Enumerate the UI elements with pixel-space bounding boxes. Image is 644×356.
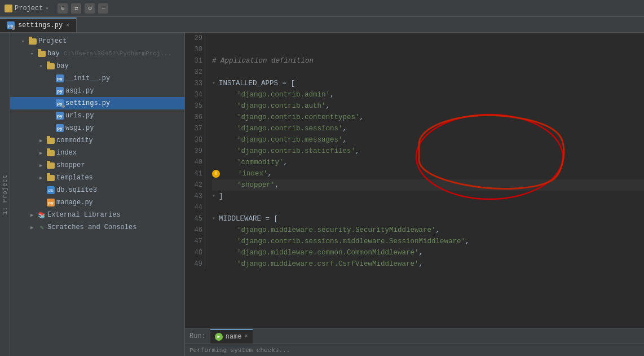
tree-item-ext-libs[interactable]: ▶ 📚 External Libraries [10, 209, 184, 221]
linenum-32: 32 [187, 67, 202, 78]
tree-item-shopper[interactable]: ▶ shopper [10, 159, 184, 172]
linenum-34: 34 [187, 89, 202, 100]
tree-item-project[interactable]: ▾ Project [10, 35, 184, 47]
linenum-48: 48 [187, 247, 202, 258]
linenum-47: 47 [187, 236, 202, 247]
tree-label-bay-inner: bay [56, 62, 182, 70]
comment-app-def: # Application definition [212, 55, 314, 67]
tab-bar: py settings.py × [0, 17, 644, 33]
tree-item-manage[interactable]: py manage.py [10, 196, 184, 209]
spacer [48, 76, 54, 81]
sync-icon[interactable]: ⊕ [58, 3, 68, 14]
py-icon-wsgi: py [56, 124, 64, 132]
code-line-39: 'django.contrib.staticfiles', [212, 146, 644, 157]
linenum-35: 35 [187, 100, 202, 112]
tree-item-wsgi[interactable]: py wsgi.py [10, 122, 184, 134]
py-icon-manage: py [47, 199, 55, 206]
tree-item-templates[interactable]: ▶ templates [10, 172, 184, 184]
project-selector[interactable]: Project ▾ [5, 5, 48, 12]
arrow-icon-bay-inner: ▾ [39, 63, 45, 69]
tree-item-init[interactable]: py __init__.py [10, 72, 184, 85]
tree-label-project: Project [38, 37, 182, 45]
tree-label-urls: urls.py [65, 112, 182, 120]
run-tab-label: name [226, 333, 242, 341]
code-line-44 [212, 202, 644, 213]
bay-path: C:\Users\30452\PycharmProj... [64, 50, 171, 57]
tab-settings-py[interactable]: py settings.py × [0, 17, 77, 32]
collapse-45[interactable]: ▾ [212, 213, 219, 225]
code-line-49: 'django.middleware.csrf.CsrfViewMiddlewa… [212, 258, 644, 270]
linenum-33: 33 [187, 78, 202, 89]
editor-wrapper[interactable]: 29 30 31 32 33 34 35 36 37 38 39 40 41 4… [185, 33, 644, 328]
shopper-folder-icon [47, 162, 55, 169]
code-line-47: 'django.contrib.sessions.middleware.Sess… [212, 236, 644, 247]
linenum-42: 42 [187, 179, 202, 191]
main-content: 1: Project ▾ Project ▾ bay C:\Users\3045… [0, 33, 644, 356]
collapse-43[interactable]: ▾ [212, 191, 219, 202]
tree-item-db[interactable]: db db.sqlite3 [10, 184, 184, 196]
run-tab-close[interactable]: × [245, 333, 248, 340]
tree-item-commodity[interactable]: ▶ commodity [10, 134, 184, 147]
scratch-icon: ✎ [38, 224, 46, 231]
py-icon-asgi: py [56, 87, 64, 95]
tree-label-ext-libs: External Libraries [47, 211, 182, 219]
collapse-33[interactable]: ▾ [212, 78, 219, 89]
code-line-41: ! 'index', [212, 168, 644, 179]
status-bar: Performing system checks... [185, 344, 644, 356]
tree-item-bay-inner[interactable]: ▾ bay [10, 60, 184, 72]
code-lines[interactable]: # Application definition ▾ INSTALLED_APP… [205, 33, 644, 270]
linenum-41: 41 [187, 168, 202, 179]
tree-item-index[interactable]: ▶ index [10, 147, 184, 159]
tab-close-button[interactable]: × [66, 23, 69, 29]
linenum-49: 49 [187, 258, 202, 270]
tree-item-asgi[interactable]: py asgi.py [10, 85, 184, 97]
code-line-40: 'commodity', [212, 157, 644, 168]
tree-item-settings[interactable]: py settings.py [10, 97, 184, 109]
code-line-36: 'django.contrib.contenttypes', [212, 112, 644, 123]
ext-libs-icon: 📚 [38, 212, 46, 219]
db-icon: db [47, 186, 55, 194]
tree-label-commodity: commodity [56, 137, 182, 144]
settings-icon[interactable]: ⚙ [85, 3, 95, 14]
linenum-30: 30 [187, 44, 202, 55]
file-tree[interactable]: ▾ Project ▾ bay C:\Users\30452\PycharmPr… [10, 33, 185, 356]
tree-item-scratches[interactable]: ▶ ✎ Scratches and Consoles [10, 221, 184, 234]
minimize-icon[interactable]: − [98, 3, 108, 14]
commodity-folder-icon [47, 138, 55, 144]
linenum-43: 43 [187, 191, 202, 202]
code-line-38: 'django.contrib.messages', [212, 134, 644, 146]
project-label: Project [15, 5, 43, 12]
run-bar: Run: ▶ name × [185, 328, 644, 344]
code-line-42: 'shopper', [212, 179, 644, 191]
tree-item-bay-root[interactable]: ▾ bay C:\Users\30452\PycharmProj... [10, 47, 184, 60]
tree-label-asgi: asgi.py [65, 87, 182, 95]
line-numbers: 29 30 31 32 33 34 35 36 37 38 39 40 41 4… [185, 33, 205, 270]
side-panel-text: 1: Project [2, 174, 8, 214]
linenum-29: 29 [187, 33, 202, 44]
linenum-44: 44 [187, 202, 202, 213]
code-container: 29 30 31 32 33 34 35 36 37 38 39 40 41 4… [185, 33, 644, 270]
run-icon: ▶ [215, 333, 223, 341]
code-line-35: 'django.contrib.auth', [212, 100, 644, 112]
code-line-45: ▾ MIDDLEWARE = [ [212, 213, 644, 225]
run-tab-name[interactable]: ▶ name × [210, 329, 253, 344]
tree-item-urls[interactable]: py urls.py [10, 109, 184, 122]
py-icon-urls: py [56, 112, 64, 120]
tree-label-templates: templates [56, 174, 182, 182]
top-bar: Project ▾ ⊕ ⇄ ⚙ − [0, 0, 644, 17]
status-text: Performing system checks... [189, 347, 290, 354]
tab-label: settings.py [18, 21, 63, 29]
installed-apps-var: INSTALLED_APPS [219, 78, 278, 89]
tree-label-bay: bay C:\Users\30452\PycharmProj... [47, 50, 182, 58]
code-line-30 [212, 44, 644, 55]
linenum-37: 37 [187, 123, 202, 134]
templates-folder-icon [47, 175, 55, 181]
split-icon[interactable]: ⇄ [71, 3, 81, 14]
linenum-45: 45 [187, 213, 202, 225]
tree-label-scratches: Scratches and Consoles [47, 223, 182, 231]
bay-inner-folder-icon [47, 63, 55, 69]
code-line-37: 'django.contrib.sessions', [212, 123, 644, 134]
project-dropdown-arrow[interactable]: ▾ [45, 5, 48, 12]
middleware-var: MIDDLEWARE [219, 213, 261, 225]
py-icon-settings: py [56, 99, 64, 107]
